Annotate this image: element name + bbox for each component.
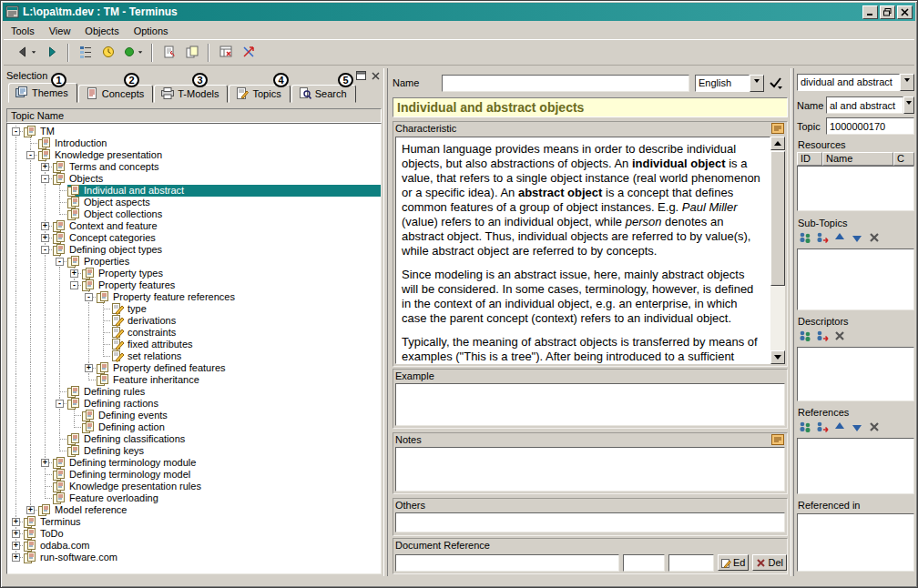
references-insert-button[interactable]	[797, 421, 813, 435]
subtopics-up-button[interactable]	[831, 231, 848, 246]
expand-toggle[interactable]: +	[12, 553, 20, 562]
scroll-down-icon[interactable]	[770, 350, 785, 364]
tree-item[interactable]: Object collections	[9, 208, 381, 220]
notes-input[interactable]	[395, 447, 785, 492]
tree-item[interactable]: constraints	[9, 327, 381, 339]
tree-column-header[interactable]: Topic Name	[6, 108, 382, 123]
tree-item[interactable]: -Objects	[9, 173, 381, 185]
descriptors-insert-button[interactable]	[797, 329, 813, 344]
copy-topic-button[interactable]	[180, 42, 203, 63]
collapse-toggle[interactable]: -	[26, 151, 35, 159]
menu-view[interactable]: View	[42, 24, 78, 38]
subtopics-assign-button[interactable]	[814, 231, 831, 246]
spellcheck-icon[interactable]	[769, 76, 783, 89]
expand-toggle[interactable]: +	[26, 506, 35, 514]
forward-button[interactable]	[40, 42, 63, 63]
document-reference-input[interactable]	[395, 554, 619, 572]
status-button[interactable]	[119, 42, 147, 63]
tree-item[interactable]: +Concept categories	[9, 232, 381, 244]
tree-item[interactable]: Defining events	[9, 410, 381, 421]
resources-column-id[interactable]: ID	[797, 152, 822, 166]
cross-reference-button[interactable]	[237, 42, 260, 63]
tab-concepts[interactable]: Concepts	[78, 85, 153, 103]
edit-reference-button[interactable]: Ed	[718, 554, 749, 571]
resources-column-c[interactable]: C	[893, 152, 914, 166]
dropdown-caret-icon[interactable]	[31, 45, 37, 61]
tree-item[interactable]: type	[9, 303, 381, 315]
splitter-left[interactable]	[383, 68, 388, 576]
check-out-button[interactable]	[158, 42, 180, 63]
collapse-toggle[interactable]: -	[41, 246, 49, 254]
topic-id-input[interactable]	[826, 117, 914, 135]
splitter-right[interactable]	[790, 68, 794, 576]
tree-item[interactable]: +Model reference	[9, 504, 381, 516]
expand-toggle[interactable]: +	[41, 234, 49, 242]
name-input[interactable]	[442, 75, 689, 92]
document-position-input[interactable]	[668, 554, 714, 572]
resources-list[interactable]	[797, 166, 914, 211]
collapse-toggle[interactable]: -	[70, 281, 78, 289]
close-panel-icon[interactable]	[369, 70, 382, 82]
descriptors-delete-button[interactable]	[831, 329, 848, 344]
tree-item[interactable]: +ToDo	[9, 528, 381, 540]
menu-objects[interactable]: Objects	[77, 24, 126, 38]
document-page-input[interactable]	[623, 554, 665, 572]
tree-item[interactable]: Object aspects	[9, 197, 381, 208]
characteristic-text[interactable]: Human language provides means in order t…	[395, 137, 770, 364]
expand-toggle[interactable]: +	[41, 222, 49, 230]
tree-item[interactable]: Defining rules	[9, 386, 381, 398]
tree-item[interactable]: -Properties	[9, 256, 381, 268]
tab-t-models[interactable]: T-Models	[154, 85, 228, 103]
collapse-toggle[interactable]: -	[41, 175, 49, 183]
tree-item[interactable]: -Property features	[9, 279, 381, 291]
tree-item[interactable]: Defining keys	[9, 445, 381, 457]
tree-item[interactable]: +Context and feature	[9, 220, 381, 232]
descriptors-assign-button[interactable]	[814, 329, 831, 344]
outline-view-button[interactable]	[74, 42, 97, 63]
dock-icon[interactable]	[354, 70, 367, 82]
dropdown-caret-icon[interactable]	[138, 45, 144, 61]
collapse-toggle[interactable]: -	[56, 400, 64, 408]
characteristic-format-icon[interactable]	[771, 123, 785, 134]
referenced-in-list[interactable]	[797, 513, 914, 572]
tab-themes[interactable]: Themes	[8, 83, 77, 103]
tree-item[interactable]: +run-software.com	[9, 552, 381, 563]
tree-item[interactable]: -Property feature references	[9, 291, 381, 303]
tree-item[interactable]: Knowledge presentation rules	[9, 481, 381, 492]
tree-item[interactable]: fixed attributes	[9, 339, 381, 350]
history-button[interactable]	[97, 42, 119, 63]
tree-item[interactable]: Defining classifications	[9, 433, 381, 445]
characteristic-scrollbar[interactable]	[770, 137, 785, 364]
expand-toggle[interactable]: +	[85, 364, 93, 372]
scroll-up-icon[interactable]	[770, 137, 785, 150]
references-delete-button[interactable]	[866, 421, 882, 435]
tree-item[interactable]: Feature inheritance	[9, 374, 381, 386]
tree-item[interactable]: +Defining terminology module	[9, 457, 381, 469]
tab-topics[interactable]: Topics	[229, 85, 290, 103]
notes-format-icon[interactable]	[771, 434, 785, 445]
tree-item[interactable]: +Terminus	[9, 516, 381, 528]
restore-button[interactable]	[880, 5, 895, 19]
tree-item[interactable]: -TM	[9, 126, 381, 137]
tree-item[interactable]: Introduction	[9, 137, 381, 149]
expand-toggle[interactable]: +	[41, 163, 49, 171]
others-input[interactable]	[395, 512, 785, 532]
tab-search[interactable]: Search	[291, 85, 356, 103]
expand-toggle[interactable]: +	[70, 269, 78, 278]
topic-name-input[interactable]	[826, 96, 903, 114]
tree-item[interactable]: Defining terminology model	[9, 469, 381, 481]
expand-toggle[interactable]: +	[12, 542, 20, 550]
descriptors-list[interactable]	[797, 347, 914, 401]
tree-item[interactable]: Defining action	[9, 421, 381, 433]
subtopics-list[interactable]	[797, 248, 914, 310]
tree-item[interactable]: set relations	[9, 350, 381, 362]
tree-item[interactable]: Feature overloading	[9, 492, 381, 504]
tree-item[interactable]: -Knowledge presentation	[9, 149, 381, 161]
close-button[interactable]	[897, 5, 913, 19]
tree-item[interactable]: Individual and abstract	[9, 185, 381, 197]
references-list[interactable]	[797, 438, 914, 494]
references-assign-button[interactable]	[814, 421, 831, 435]
minimize-button[interactable]	[862, 5, 878, 19]
example-input[interactable]	[395, 383, 785, 426]
tree-item[interactable]: -Defining ractions	[9, 398, 381, 410]
